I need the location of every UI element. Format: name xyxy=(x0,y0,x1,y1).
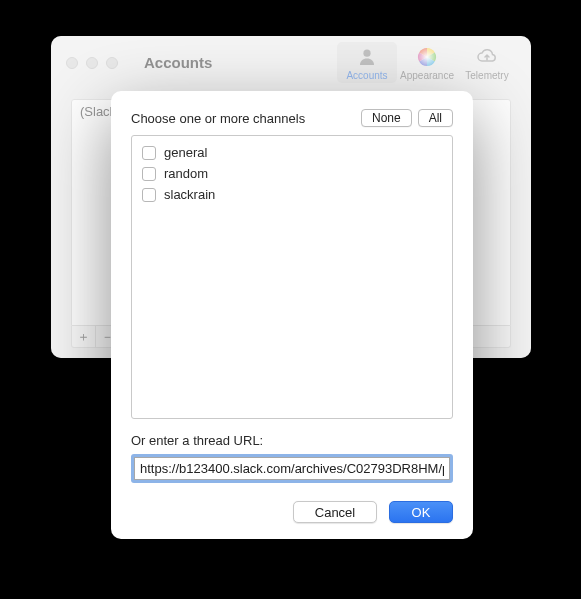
thread-url-label: Or enter a thread URL: xyxy=(131,433,453,448)
sheet-actions: Cancel OK xyxy=(131,501,453,523)
channel-label: slackrain xyxy=(164,187,215,202)
cancel-button[interactable]: Cancel xyxy=(293,501,377,523)
sheet-header: Choose one or more channels None All xyxy=(131,109,453,127)
thread-url-focus-ring xyxy=(131,454,453,483)
channel-row[interactable]: slackrain xyxy=(140,184,444,205)
channel-picker-sheet: Choose one or more channels None All gen… xyxy=(111,91,473,539)
channel-row[interactable]: random xyxy=(140,163,444,184)
channel-row[interactable]: general xyxy=(140,142,444,163)
channel-checkbox[interactable] xyxy=(142,167,156,181)
channel-label: random xyxy=(164,166,208,181)
select-all-button[interactable]: All xyxy=(418,109,453,127)
ok-button[interactable]: OK xyxy=(389,501,453,523)
thread-url-input[interactable] xyxy=(134,457,450,480)
select-none-button[interactable]: None xyxy=(361,109,412,127)
channel-checkbox[interactable] xyxy=(142,188,156,202)
channels-list[interactable]: general random slackrain xyxy=(131,135,453,419)
channels-prompt-label: Choose one or more channels xyxy=(131,111,305,126)
channel-checkbox[interactable] xyxy=(142,146,156,160)
select-buttons-group: None All xyxy=(361,109,453,127)
channel-label: general xyxy=(164,145,207,160)
